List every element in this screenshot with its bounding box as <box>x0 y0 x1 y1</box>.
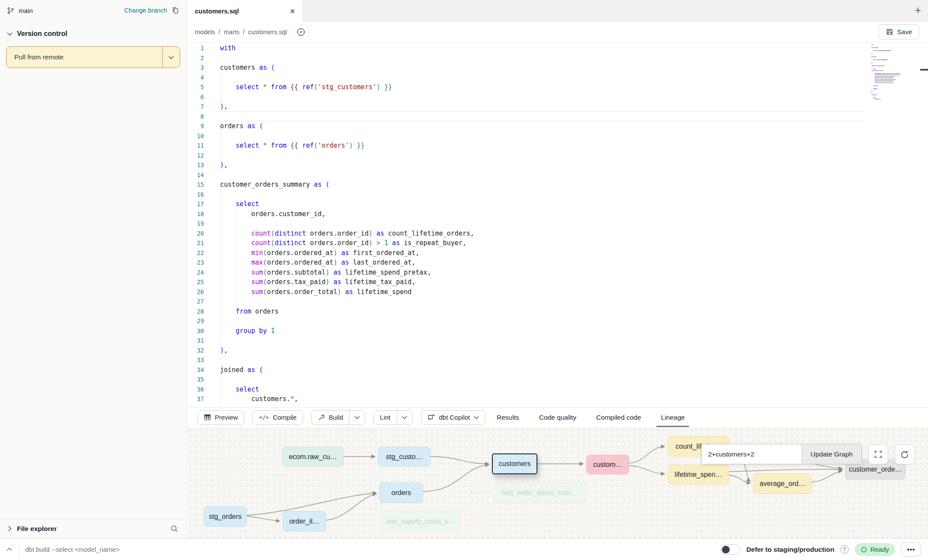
code-line[interactable]: 9orders as ( <box>187 121 928 131</box>
code-line[interactable]: 13), <box>187 160 928 170</box>
build-button[interactable]: Build <box>311 410 365 425</box>
preview-button[interactable]: Preview <box>197 410 244 425</box>
line-number: 7 <box>187 102 204 112</box>
code-line[interactable]: 2 <box>187 53 928 63</box>
build-dropdown-toggle[interactable] <box>349 411 365 424</box>
code-line[interactable]: 10 <box>187 131 928 141</box>
line-number: 4 <box>187 73 204 83</box>
help-icon[interactable]: ? <box>841 545 849 554</box>
panel-tab-compiled-code[interactable]: Compiled code <box>595 408 642 427</box>
scrollbar-cursor-marker[interactable] <box>920 69 928 71</box>
code-line[interactable]: 25 sum(orders.tax_paid) as lifetime_tax_… <box>187 277 928 287</box>
breadcrumb-models[interactable]: models <box>195 29 215 36</box>
tab-customers-sql[interactable]: customers.sql × <box>187 0 303 22</box>
code-line[interactable]: 15customer_orders_summary as ( <box>187 180 928 190</box>
code-line[interactable]: 16 <box>187 190 928 200</box>
save-button[interactable]: Save <box>879 24 919 39</box>
fullscreen-button[interactable] <box>868 444 888 464</box>
new-tab-icon[interactable]: + <box>915 4 921 16</box>
pull-from-remote-button[interactable]: Pull from remote <box>6 46 180 68</box>
close-icon[interactable]: × <box>290 7 295 15</box>
code-line[interactable]: 36 select <box>187 385 928 395</box>
copilot-label: dbt Copilot <box>439 414 470 421</box>
code-line[interactable]: 12 <box>187 151 928 161</box>
line-number: 14 <box>187 170 204 180</box>
line-number: 2 <box>187 53 204 63</box>
code-line[interactable]: 7), <box>187 102 928 112</box>
version-control-header[interactable]: Version control <box>0 21 186 41</box>
code-line[interactable]: 6 <box>187 92 928 102</box>
panel-tab-results[interactable]: Results <box>496 408 520 427</box>
minimap[interactable] <box>870 44 918 106</box>
more-options-button[interactable]: ••• <box>901 542 921 557</box>
compile-button[interactable]: </> Compile <box>252 410 303 425</box>
indent-guide <box>220 131 221 161</box>
code-line[interactable]: 19 <box>187 219 928 229</box>
code-line[interactable]: 26 sum(orders.order_total) as lifetime_s… <box>187 287 928 297</box>
lineage-node-customers-semantic[interactable]: custom… <box>586 455 629 474</box>
code-line[interactable]: 32), <box>187 346 928 356</box>
lineage-node-order-items[interactable]: order_it… <box>283 511 326 531</box>
lineage-panel[interactable]: ecom.raw_cu…stg_custo…customerscustom…co… <box>187 427 928 538</box>
lineage-node-customers[interactable]: customers <box>492 453 537 474</box>
breadcrumb-file[interactable]: customers.sql <box>248 29 287 36</box>
panel-tab-code-quality[interactable]: Code quality <box>538 408 577 427</box>
line-number: 24 <box>187 268 204 278</box>
refresh-button[interactable] <box>895 444 915 464</box>
code-line[interactable]: 37 customers.*, <box>187 394 928 404</box>
ready-label: Ready <box>870 546 889 553</box>
save-icon <box>886 28 893 36</box>
lineage-node-label: lifetime_spen… <box>675 471 722 479</box>
change-branch-link[interactable]: Change branch <box>124 7 167 14</box>
lint-dropdown-toggle[interactable] <box>397 411 412 424</box>
code-line[interactable]: 28 from orders <box>187 307 928 317</box>
breadcrumb-marts[interactable]: marts <box>224 29 239 36</box>
line-content: select * from {{ ref('stg_customers') }} <box>220 82 392 92</box>
code-line[interactable]: 18 orders.customer_id, <box>187 209 928 219</box>
collapse-command-bar-button[interactable] <box>0 539 19 560</box>
lineage-node-lifetime-spend[interactable]: lifetime_spen… <box>668 465 729 484</box>
lineage-node-stg-orders[interactable]: stg_orders <box>204 507 247 527</box>
code-line[interactable]: 22 min(orders.ordered_at) as first_order… <box>187 248 928 258</box>
lineage-node-test-supply-costs[interactable]: test_supply_costs_s… <box>382 511 459 531</box>
code-line[interactable]: 5 select * from {{ ref('stg_customers') … <box>187 82 928 92</box>
code-line[interactable]: 20 count(distinct orders.order_id) as co… <box>187 229 928 239</box>
code-line[interactable]: 1with <box>187 43 928 53</box>
update-graph-button[interactable]: Update Graph <box>802 444 861 464</box>
panel-tab-lineage[interactable]: Lineage <box>660 408 685 427</box>
code-line[interactable]: 35 <box>187 375 928 385</box>
code-line[interactable]: 21 count(distinct orders.order_id) > 1 a… <box>187 238 928 248</box>
lineage-node-label: customers <box>499 460 531 468</box>
command-input[interactable]: dbt build --select <model_name> <box>25 546 120 553</box>
code-line[interactable]: 27 <box>187 297 928 307</box>
code-line[interactable]: 30 group by 1 <box>187 326 928 336</box>
code-line[interactable]: 8 <box>187 112 928 122</box>
lineage-node-stg-customers[interactable]: stg_custo… <box>378 447 430 466</box>
code-line[interactable]: 34joined as ( <box>187 365 928 375</box>
file-explorer-header[interactable]: File explorer <box>0 518 186 538</box>
code-line[interactable]: 17 select <box>187 199 928 209</box>
code-line[interactable]: 14 <box>187 170 928 180</box>
code-line[interactable]: 24 sum(orders.subtotal) as lifetime_spen… <box>187 268 928 278</box>
line-content: ), <box>220 102 228 112</box>
defer-toggle[interactable] <box>720 544 740 555</box>
lint-button[interactable]: Lint <box>373 410 412 425</box>
code-line[interactable]: 33 <box>187 355 928 365</box>
code-line[interactable]: 23 max(orders.ordered_at) as last_ordere… <box>187 258 928 268</box>
code-line[interactable]: 3customers as ( <box>187 63 928 73</box>
code-line[interactable]: 29 <box>187 316 928 326</box>
lineage-node-test-order-items[interactable]: test_order_items_com… <box>493 482 586 503</box>
search-icon[interactable] <box>170 524 178 533</box>
pull-dropdown-toggle[interactable] <box>162 47 180 68</box>
lineage-node-ecom-raw-customers[interactable]: ecom.raw_cu… <box>282 447 343 466</box>
lineage-selector-input[interactable] <box>702 444 802 464</box>
code-line[interactable]: 11 select * from {{ ref('orders') }} <box>187 141 928 151</box>
lineage-node-orders[interactable]: orders <box>379 482 423 503</box>
code-line[interactable]: 4 <box>187 73 928 83</box>
lineage-node-average-order-value[interactable]: average_ord… <box>753 473 812 494</box>
copy-icon[interactable] <box>171 6 179 14</box>
code-editor[interactable]: 1with23customers as (45 select * from {{… <box>187 42 928 407</box>
code-line[interactable]: 31 <box>187 336 928 346</box>
dbt-copilot-button[interactable]: dbt Copilot <box>421 410 486 425</box>
copilot-compass-button[interactable] <box>293 24 309 40</box>
